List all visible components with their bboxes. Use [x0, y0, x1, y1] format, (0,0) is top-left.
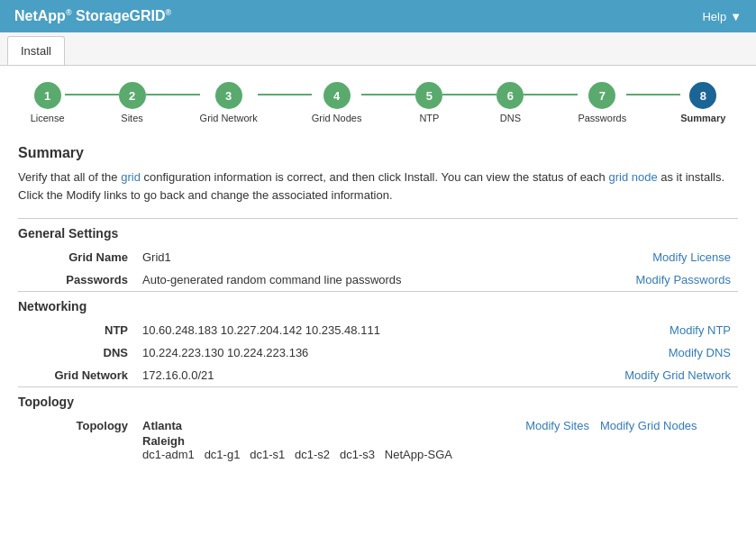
app-header: NetApp® StorageGRID® Help ▼ — [0, 0, 756, 32]
topology-actions: Modify Sites Modify Grid Nodes — [525, 419, 731, 432]
topology-label: Topology — [18, 414, 135, 466]
general-settings-table: Grid Name Grid1 Modify License Passwords… — [18, 246, 738, 291]
step-3: 3 Grid Network — [200, 82, 258, 123]
step-circle-7: 7 — [588, 82, 615, 109]
general-settings-title: General Settings — [18, 219, 738, 246]
step-circle-3: 3 — [215, 82, 242, 109]
ntp-label: NTP — [18, 319, 135, 341]
step-line-6 — [524, 94, 578, 95]
table-row: DNS 10.224.223.130 10.224.223.136 Modify… — [18, 341, 738, 364]
networking-title: Networking — [18, 292, 738, 319]
topology-sites-col: Atlanta Raleigh dc1-adm1 dc1-g1 dc1-s1 d… — [135, 414, 518, 466]
grid-node-link[interactable]: grid node — [608, 170, 657, 184]
step-line-1 — [65, 94, 119, 95]
modify-sites-link[interactable]: Modify Sites — [525, 419, 589, 432]
site-raleigh-name: Raleigh — [142, 434, 185, 448]
help-label: Help — [702, 10, 726, 23]
step-circle-6: 6 — [496, 82, 524, 109]
step-label-5: NTP — [419, 113, 439, 123]
modify-passwords-link[interactable]: Modify Passwords — [636, 273, 731, 286]
step-label-1: License — [31, 113, 65, 123]
table-row: Grid Network 172.16.0.0/21 Modify Grid N… — [18, 364, 738, 386]
dns-label: DNS — [18, 341, 135, 364]
tab-bar: Install — [0, 32, 756, 66]
grid-name-value: Grid1 — [135, 246, 566, 268]
modify-grid-network-cell: Modify Grid Network — [543, 364, 738, 386]
step-label-2: Sites — [121, 113, 142, 123]
raleigh-nodes: dc1-adm1 dc1-g1 dc1-s1 dc1-s2 dc1-s3 Net… — [142, 448, 452, 461]
app-title: NetApp® StorageGRID® — [14, 8, 171, 24]
chevron-down-icon: ▼ — [730, 10, 742, 23]
step-8: 8 Summary — [680, 82, 725, 123]
topology-actions-cell: Modify Sites Modify Grid Nodes — [518, 414, 738, 466]
site-raleigh: Raleigh dc1-adm1 dc1-g1 dc1-s1 dc1-s2 dc… — [142, 434, 511, 461]
general-settings-section: General Settings Grid Name Grid1 Modify … — [18, 218, 738, 291]
ntp-value: 10.60.248.183 10.227.204.142 10.235.48.1… — [135, 319, 543, 341]
table-row: Topology Atlanta Raleigh dc1-adm1 dc1-g1… — [18, 414, 738, 466]
grid-network-label: Grid Network — [18, 364, 135, 386]
step-label-7: Passwords — [578, 113, 626, 123]
tab-install[interactable]: Install — [7, 36, 65, 65]
grid-name-label: Grid Name — [18, 246, 135, 268]
step-4: 4 Grid Nodes — [312, 82, 362, 123]
step-label-4: Grid Nodes — [312, 113, 362, 123]
step-circle-1: 1 — [34, 82, 61, 109]
summary-title: Summary — [18, 145, 738, 161]
step-1: 1 License — [31, 82, 65, 123]
step-label-6: DNS — [500, 113, 521, 123]
step-circle-2: 2 — [119, 82, 146, 109]
passwords-label: Passwords — [18, 268, 135, 291]
step-line-4 — [361, 94, 415, 95]
table-row: Grid Name Grid1 Modify License — [18, 246, 738, 268]
help-button[interactable]: Help ▼ — [702, 10, 742, 23]
step-circle-4: 4 — [323, 82, 351, 109]
table-row: NTP 10.60.248.183 10.227.204.142 10.235.… — [18, 319, 738, 341]
networking-section: Networking NTP 10.60.248.183 10.227.204.… — [18, 291, 738, 386]
modify-ntp-cell: Modify NTP — [543, 319, 738, 341]
topology-title: Topology — [18, 387, 738, 414]
topology-section: Topology Topology Atlanta Raleigh dc1-ad… — [18, 386, 738, 466]
modify-ntp-link[interactable]: Modify NTP — [669, 323, 731, 337]
modify-dns-link[interactable]: Modify DNS — [669, 346, 731, 359]
step-line-3 — [258, 94, 312, 95]
step-5: 5 NTP — [415, 82, 442, 123]
modify-grid-nodes-link[interactable]: Modify Grid Nodes — [600, 419, 697, 432]
passwords-value: Auto-generated random command line passw… — [135, 268, 566, 291]
site-atlanta: Atlanta — [142, 419, 511, 432]
stepper: 1 License 2 Sites 3 Grid Network 4 Grid … — [0, 66, 756, 131]
step-label-3: Grid Network — [200, 113, 258, 123]
topology-table: Topology Atlanta Raleigh dc1-adm1 dc1-g1… — [18, 414, 738, 466]
grid-link[interactable]: grid — [121, 170, 141, 184]
site-atlanta-name: Atlanta — [142, 419, 182, 432]
step-line-2 — [146, 94, 200, 95]
step-label-8: Summary — [680, 113, 725, 123]
step-circle-5: 5 — [415, 82, 442, 109]
networking-table: NTP 10.60.248.183 10.227.204.142 10.235.… — [18, 319, 738, 386]
modify-passwords-cell: Modify Passwords — [566, 268, 738, 291]
main-content: Summary Verify that all of the grid conf… — [0, 131, 756, 480]
intro-text: Verify that all of the grid configuratio… — [18, 168, 738, 204]
step-line-7 — [626, 94, 680, 95]
modify-grid-network-link[interactable]: Modify Grid Network — [624, 368, 731, 382]
step-6: 6 DNS — [496, 82, 524, 123]
grid-network-value: 172.16.0.0/21 — [135, 364, 543, 386]
modify-license-link[interactable]: Modify License — [652, 250, 731, 264]
table-row: Passwords Auto-generated random command … — [18, 268, 738, 291]
step-7: 7 Passwords — [578, 82, 626, 123]
netapp-label: NetApp® StorageGRID® — [14, 8, 171, 23]
step-line-5 — [442, 94, 496, 95]
modify-dns-cell: Modify DNS — [543, 341, 738, 364]
modify-license-cell: Modify License — [566, 246, 738, 268]
step-2: 2 Sites — [119, 82, 146, 123]
step-circle-8: 8 — [689, 82, 716, 109]
dns-value: 10.224.223.130 10.224.223.136 — [135, 341, 543, 364]
